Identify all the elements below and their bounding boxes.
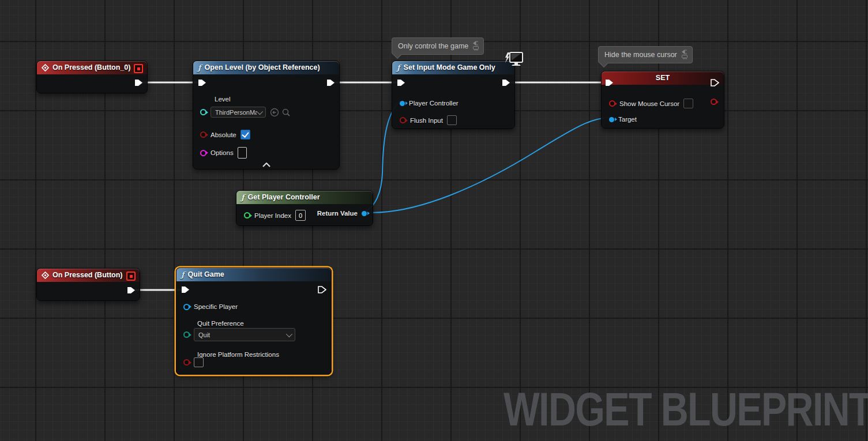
browse-search-icon[interactable] <box>281 108 291 117</box>
node-header[interactable]: ƒ Quit Game <box>176 268 331 281</box>
chevron-down-icon <box>286 330 292 337</box>
node-title: Set Input Mode Game Only <box>404 61 495 74</box>
exec-in-pin[interactable] <box>198 79 206 86</box>
exec-out-row <box>318 286 326 293</box>
player-controller-pin-row: Player Controller <box>400 100 459 107</box>
node-header[interactable]: ƒ Open Level (by Object Reference) <box>193 61 339 74</box>
comment-bubble-controls[interactable] <box>473 41 479 51</box>
exec-in-row <box>181 286 190 293</box>
node-title: On Pressed (Button_0) <box>52 61 130 74</box>
pin-comment-icon[interactable] <box>473 41 479 46</box>
level-pin[interactable] <box>200 109 206 115</box>
pin-label-player-index: Player Index <box>254 212 291 219</box>
node-open-level[interactable]: ƒ Open Level (by Object Reference) Level… <box>193 61 340 169</box>
exec-in-pin[interactable] <box>605 79 614 86</box>
node-set-input-mode-game-only[interactable]: ƒ Set Input Mode Game Only Player Contro… <box>392 61 515 129</box>
exec-out-row <box>711 79 719 86</box>
level-asset-value: ThirdPersonMa <box>215 109 257 116</box>
exec-in-row <box>605 79 614 86</box>
quit-preference-dropdown[interactable]: Quit <box>194 328 295 341</box>
exec-in-pin[interactable] <box>397 79 405 86</box>
show-mouse-cursor-out-pin[interactable] <box>711 99 717 105</box>
exec-out-row <box>127 287 136 294</box>
quit-preference-pin[interactable] <box>183 331 190 338</box>
use-selected-icon[interactable] <box>270 108 279 117</box>
quit-preference-value: Quit <box>198 331 210 338</box>
delegate-pin[interactable] <box>134 64 143 73</box>
quit-preference-pin-row: Quit <box>183 328 295 341</box>
node-get-player-controller[interactable]: ƒ Get Player Controller Player Index 0 R… <box>236 190 373 226</box>
player-index-field[interactable]: 0 <box>295 210 306 221</box>
function-icon: ƒ <box>198 61 201 74</box>
exec-in-pin[interactable] <box>181 286 190 293</box>
options-pin[interactable] <box>200 150 206 156</box>
exec-out-pin[interactable] <box>326 79 335 86</box>
absolute-pin-row: Absolute <box>200 130 250 140</box>
comment-mode-icon[interactable] <box>473 46 479 51</box>
node-header[interactable]: On Pressed (Button) <box>37 269 140 282</box>
exec-in-row <box>198 79 206 86</box>
specific-player-pin[interactable] <box>183 304 190 310</box>
node-comment-bubble[interactable]: Only control the game <box>392 37 484 55</box>
node-header[interactable]: ƒ Get Player Controller <box>236 191 373 204</box>
node-header[interactable]: SET <box>602 71 724 85</box>
exec-out-pin[interactable] <box>502 79 510 86</box>
node-on-pressed-button0[interactable]: On Pressed (Button_0) <box>36 61 148 93</box>
comment-text: Only control the game <box>398 42 468 50</box>
return-value-pin-row: Return Value <box>317 210 367 217</box>
pin-comment-icon[interactable] <box>682 50 687 54</box>
show-mouse-cursor-pin[interactable] <box>609 100 615 107</box>
pin-label-return-value: Return Value <box>317 210 358 217</box>
exec-in-row <box>397 79 405 86</box>
chevron-down-icon <box>257 108 263 114</box>
player-index-pin[interactable] <box>244 212 250 218</box>
node-title: SET <box>656 71 670 85</box>
function-icon: ƒ <box>241 191 245 204</box>
collapse-chevron-icon[interactable] <box>262 163 271 167</box>
player-controller-pin[interactable] <box>400 101 405 106</box>
absolute-checkbox[interactable] <box>241 130 250 140</box>
show-mouse-cursor-checkbox[interactable] <box>683 99 693 108</box>
pin-label-show-mouse-cursor: Show Mouse Cursor <box>619 100 679 107</box>
node-set-show-mouse-cursor[interactable]: SET Show Mouse Cursor Target <box>601 71 724 129</box>
node-header[interactable]: ƒ Set Input Mode Game Only <box>392 61 514 74</box>
pin-label-target: Target <box>618 116 637 123</box>
pin-label-flush-input: Flush Input <box>410 117 443 124</box>
target-pin[interactable] <box>609 117 614 122</box>
level-asset-dropdown[interactable]: ThirdPersonMa <box>211 107 266 118</box>
pin-label-player-controller: Player Controller <box>409 100 459 107</box>
comment-bubble-controls[interactable] <box>682 50 687 59</box>
asset-browse-icons[interactable] <box>270 108 291 117</box>
exec-out-row <box>502 79 510 86</box>
absolute-pin[interactable] <box>200 131 206 138</box>
exec-out-pin[interactable] <box>711 79 719 86</box>
pin-label-ignore-platform-restrictions: Ignore Platform Restrictions <box>197 351 279 358</box>
event-icon <box>42 272 49 279</box>
pin-label-specific-player: Specific Player <box>194 303 238 310</box>
options-text-field[interactable] <box>238 147 247 159</box>
node-on-pressed-button[interactable]: On Pressed (Button) <box>36 268 140 301</box>
comment-mode-icon[interactable] <box>682 55 687 59</box>
flush-input-checkbox[interactable] <box>447 115 457 125</box>
node-title: Quit Game <box>188 268 224 281</box>
node-title: Get Player Controller <box>248 191 320 204</box>
ignore-platform-restrictions-pin[interactable] <box>183 359 190 365</box>
target-pin-row: Target <box>609 116 637 123</box>
pin-label-options: Options <box>211 149 234 156</box>
ignore-platform-restrictions-checkbox[interactable] <box>194 357 204 367</box>
specific-player-pin-row: Specific Player <box>183 303 238 310</box>
flush-input-pin[interactable] <box>400 117 406 123</box>
node-quit-game[interactable]: ƒ Quit Game Specific Player Quit Prefere… <box>176 267 332 375</box>
blueprint-graph-canvas[interactable]: WIDGET BLUEPRINT Only control the game H… <box>0 0 868 441</box>
comment-text: Hide the mouse cursor <box>604 51 677 59</box>
node-header[interactable]: On Pressed (Button_0) <box>37 61 147 74</box>
exec-out-pin[interactable] <box>127 287 136 294</box>
flush-input-pin-row: Flush Input <box>400 115 457 125</box>
delegate-pin[interactable] <box>126 272 136 281</box>
return-value-pin[interactable] <box>362 211 367 216</box>
exec-out-pin[interactable] <box>318 286 326 293</box>
exec-out-row <box>134 79 143 86</box>
exec-out-pin[interactable] <box>134 79 143 86</box>
node-comment-bubble[interactable]: Hide the mouse cursor <box>598 46 693 63</box>
show-mouse-cursor-pin-row: Show Mouse Cursor <box>609 99 693 108</box>
